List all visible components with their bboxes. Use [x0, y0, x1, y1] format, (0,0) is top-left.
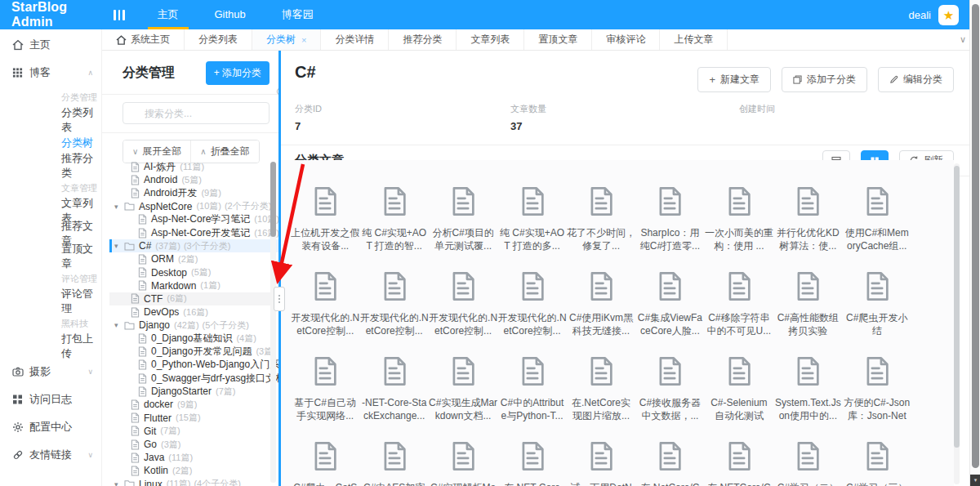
- sidebar-item-access-logs[interactable]: 访问日志: [0, 386, 101, 413]
- article-card[interactable]: 开发现代化的.NetCore控制...: [359, 271, 428, 356]
- tree-node[interactable]: Asp-Net-Core学习笔记 (10篇): [109, 213, 278, 226]
- caret-down-icon[interactable]: ▾: [114, 203, 124, 211]
- article-card[interactable]: 基于C#自己动手实现网络...: [291, 356, 359, 441]
- tree-node[interactable]: ▾ Django (42篇) (5个子分类): [109, 319, 278, 332]
- tree-scrollbar[interactable]: [270, 162, 276, 483]
- sidebar-item-friend-links[interactable]: 友情链接 ∨: [0, 441, 101, 469]
- sidebar-item-top-articles[interactable]: 置顶文章: [0, 245, 101, 268]
- user-name[interactable]: deali: [909, 9, 931, 21]
- tab-top-articles[interactable]: 置顶文章: [524, 29, 592, 50]
- article-card[interactable]: C#实现解析Ma: [429, 441, 497, 486]
- new-article-button[interactable]: +新建文章: [697, 67, 771, 92]
- tree-node[interactable]: Desktop (5篇): [109, 266, 278, 279]
- tree-node[interactable]: Flutter (15篇): [109, 412, 278, 425]
- avatar[interactable]: ★: [938, 5, 959, 25]
- article-card[interactable]: C#爬虫：CatS: [291, 441, 359, 486]
- article-card[interactable]: 开发现代化的.NetCore控制...: [291, 271, 359, 356]
- sidebar-item-home[interactable]: 主页: [0, 31, 101, 59]
- article-card[interactable]: C#-Selenium 自动化测试: [705, 356, 773, 441]
- panel-splitter[interactable]: [278, 51, 281, 486]
- article-card[interactable]: 在.NETCore/C: [705, 441, 773, 486]
- tree-node[interactable]: DevOps (16篇): [109, 305, 278, 319]
- article-card[interactable]: C#中AES加密: [359, 441, 428, 486]
- article-card[interactable]: 在.NET-Core: [497, 441, 566, 486]
- expand-all-button[interactable]: ∨展开全部: [123, 140, 190, 163]
- tab-category-list[interactable]: 分类列表: [185, 29, 252, 50]
- article-card[interactable]: C#学习（二）: [773, 441, 842, 486]
- topnav-home[interactable]: 主页: [140, 0, 197, 29]
- article-card[interactable]: C#移除字符串中的不可见U...: [705, 271, 773, 356]
- tab-category-detail[interactable]: 分类详情: [321, 29, 389, 50]
- search-input[interactable]: [122, 102, 270, 124]
- article-card[interactable]: 使用C#和MemoryCache组...: [843, 186, 911, 271]
- add-category-button[interactable]: + 添加分类: [206, 61, 270, 85]
- article-card[interactable]: C#实现生成Markdown文档...: [429, 356, 497, 441]
- article-card[interactable]: 方便的C#-Json库：Json-Net: [843, 356, 911, 441]
- tree-node[interactable]: Android开发 (9篇): [109, 186, 278, 199]
- article-card[interactable]: 纯 C#实现+AOT 打造的智...: [359, 186, 428, 271]
- tree-node[interactable]: ▾ AspNetCore (10篇) (2个子分类): [109, 200, 278, 213]
- article-card[interactable]: System.Text.Json使用中的...: [773, 356, 842, 441]
- article-card[interactable]: 在.NetCore/C: [635, 441, 704, 486]
- topnav-github[interactable]: Github: [197, 0, 264, 29]
- article-card[interactable]: 试一下用DotN: [567, 441, 635, 486]
- caret-down-icon[interactable]: ▾: [114, 321, 124, 329]
- sidebar-item-config-center[interactable]: 配置中心: [0, 413, 101, 441]
- article-card[interactable]: C#使用iKvm黑科技无缝接...: [567, 271, 635, 356]
- window-scrollbar-thumb[interactable]: [972, 4, 979, 468]
- article-card[interactable]: 开发现代化的.NetCore控制...: [429, 271, 497, 356]
- article-card[interactable]: 纯 C#实现+AOT 打造的多...: [497, 186, 566, 271]
- tree-node[interactable]: Java (11篇): [109, 451, 278, 464]
- sidebar-item-comment-mgmt[interactable]: 评论管理: [0, 290, 101, 313]
- articles-scrollbar-thumb[interactable]: [954, 166, 960, 448]
- sidebar-item-photography[interactable]: 摄影 ∨: [0, 358, 101, 386]
- tree-node[interactable]: ORM (2篇): [109, 252, 278, 265]
- collapse-all-button[interactable]: ∧折叠全部: [190, 140, 258, 163]
- sidebar-item-recommend-category[interactable]: 推荐分类: [0, 154, 101, 177]
- tree-node[interactable]: Android (5篇): [109, 173, 278, 186]
- tree-node[interactable]: ▾ Linux (11篇) (4个子分类): [109, 478, 278, 486]
- tab-upload-article[interactable]: 上传文章: [660, 29, 728, 50]
- sidebar-item-blog[interactable]: 博客 ∧: [0, 59, 101, 87]
- article-card[interactable]: -NET-Core-StackExchange...: [359, 356, 428, 441]
- caret-down-icon[interactable]: ▾: [114, 242, 124, 250]
- tree-node[interactable]: DjangoStarter (7篇): [109, 385, 278, 398]
- tree-node[interactable]: 0_Django开发常见问题 (3篇): [109, 346, 278, 359]
- sidebar-item-package-upload[interactable]: 打包上传: [0, 335, 101, 358]
- tab-close-icon[interactable]: ×: [301, 35, 306, 45]
- edit-category-button[interactable]: 编辑分类: [878, 67, 954, 92]
- sidebar-item-category-list[interactable]: 分类列表: [0, 109, 101, 132]
- tree-scrollbar-thumb[interactable]: [270, 162, 276, 237]
- article-card[interactable]: SharpIco：用纯C#打造零...: [635, 186, 704, 271]
- article-card[interactable]: C#爬虫开发小结: [843, 271, 911, 356]
- tree-node[interactable]: Asp-Net-Core开发笔记 (16篇): [109, 226, 278, 239]
- article-card[interactable]: C#接收服务器中文数据，...: [635, 356, 704, 441]
- article-card[interactable]: C#中的Attribute与Python-T...: [497, 356, 566, 441]
- scroll-down-arrow-icon[interactable]: ▾: [970, 475, 980, 486]
- tab-system-home[interactable]: 系统主页: [102, 29, 185, 50]
- article-card[interactable]: 分析C#项目的单元测试覆...: [429, 186, 497, 271]
- tree-node[interactable]: Git (7篇): [109, 425, 278, 438]
- menu-collapse-icon[interactable]: [114, 10, 125, 20]
- window-scrollbar[interactable]: ▾: [969, 0, 980, 486]
- tree-node[interactable]: 0_Swagger与drf-yasg接口文档系列 (3篇): [109, 372, 278, 385]
- article-card[interactable]: 花了不少时间，修复了...: [567, 186, 635, 271]
- add-subcategory-button[interactable]: 添加子分类: [782, 67, 867, 92]
- tree-node[interactable]: docker (9篇): [109, 398, 278, 411]
- article-card[interactable]: 一次小而美的重构：使用 ...: [705, 186, 773, 271]
- article-card[interactable]: 并行化优化KD树算法：使...: [773, 186, 842, 271]
- article-card[interactable]: 在.NetCore实现图片缩放...: [567, 356, 635, 441]
- tab-article-list[interactable]: 文章列表: [457, 29, 524, 50]
- article-card[interactable]: C#高性能数组拷贝实验: [773, 271, 842, 356]
- tree-node[interactable]: CTF (6篇): [109, 292, 278, 305]
- tree-node[interactable]: Markdown (1篇): [109, 279, 278, 292]
- tab-review-comments[interactable]: 审核评论: [592, 29, 660, 50]
- tab-recommend-category[interactable]: 推荐分类: [389, 29, 457, 50]
- topnav-cnblogs[interactable]: 博客园: [264, 0, 332, 29]
- tree-node[interactable]: Go (3篇): [109, 438, 278, 451]
- article-card[interactable]: C#集成ViewFaceCore人脸...: [635, 271, 704, 356]
- tab-category-tree[interactable]: 分类树×: [252, 29, 321, 50]
- tree-node[interactable]: 0_Python-Web-Django入门系列笔记 (3篇): [109, 359, 278, 372]
- tree-node[interactable]: AI-炼丹 (11篇): [109, 160, 278, 173]
- caret-down-icon[interactable]: ▾: [114, 480, 124, 486]
